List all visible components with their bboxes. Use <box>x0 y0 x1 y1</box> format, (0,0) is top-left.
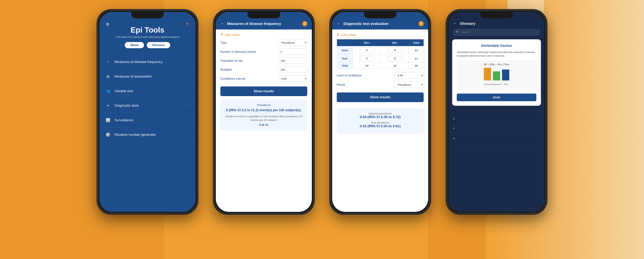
cell-total-total: 24 <box>409 63 424 69</box>
help-icon-phone2[interactable]: ? <box>302 21 307 26</box>
input-test-minus-dis-minus[interactable] <box>388 56 402 61</box>
menu-label-surveillance: Surveillance <box>114 118 190 122</box>
diagnostic-icon: ✏ <box>105 102 111 109</box>
phone-3: ← Diagnostic test evaluation ? 🗑 Clear v… <box>329 9 431 215</box>
glossary-item-f[interactable] <box>448 131 544 135</box>
input-test-plus-dis-plus[interactable] <box>360 48 374 53</box>
clear-values-btn[interactable]: 🗑 Clear values <box>220 33 307 36</box>
cell-test-plus-dis-minus <box>381 46 409 54</box>
formula-text: AF = (Pe+ - Pe-) / Pe+ <box>460 63 534 66</box>
diagnostic-results: Apparent prevalence 0.54 (95% CI 0.35 to… <box>337 108 424 134</box>
section-e: E <box>448 116 544 121</box>
table-row-total: Total 10 14 24 <box>337 63 424 69</box>
cell-total-dis-plus: 10 <box>353 63 381 69</box>
back-button-phone3[interactable]: ← <box>337 21 341 26</box>
confidence-row: Confidence interval 0.95 <box>220 75 307 82</box>
search-bar[interactable]: 🔍 <box>453 29 540 36</box>
population-label: Population at risk <box>220 59 276 62</box>
label-exposure-plus: Exposure+ <box>484 83 491 85</box>
app-title: Epi Tools <box>105 26 190 34</box>
events-input[interactable] <box>278 49 307 55</box>
cell-total-dis-minus: 14 <box>381 63 409 69</box>
help-icon-phone3[interactable]: ? <box>418 21 424 26</box>
table-row-test-minus: Test- 11 <box>337 54 424 63</box>
menu-label-association: Measures of association <box>114 74 189 78</box>
phone2-content: 🗑 Clear values Type Prevalence Number of… <box>216 30 312 133</box>
col-header-empty <box>337 39 353 46</box>
phone1-notch <box>131 12 164 18</box>
population-input[interactable] <box>278 58 307 64</box>
result-type-label: Result <box>337 83 393 86</box>
input-test-minus-dis-plus[interactable] <box>360 56 374 61</box>
result-type-select[interactable]: Prevalence <box>394 81 424 88</box>
menu-item-surveillance[interactable]: 📊 Surveillance <box>100 113 196 127</box>
bar-exposure-minus <box>493 71 500 80</box>
results-range: 2 to 11 <box>224 123 304 126</box>
app-subtitle: Calculator for medical and veterinary ep… <box>105 35 190 38</box>
clear-icon: 🗑 <box>220 33 223 36</box>
clear-label: Clear values <box>225 33 240 36</box>
modal-close-button[interactable]: close <box>457 94 536 101</box>
phone2-notch <box>248 12 280 18</box>
input-test-plus-dis-minus[interactable] <box>388 48 402 53</box>
bar-exposure-plus <box>484 68 491 80</box>
modal-description: Attributable fraction (aetiologic fracti… <box>457 50 536 58</box>
glossary-button[interactable]: Glossary <box>147 42 170 48</box>
type-select[interactable]: Prevalence <box>278 39 307 46</box>
confidence-label: Confidence interval <box>220 77 276 80</box>
col-header-dis-plus: Dis+ <box>353 39 381 46</box>
show-results-button-phone2[interactable]: Show results <box>220 86 307 96</box>
help-icon-phone1[interactable]: ? <box>184 22 190 28</box>
multiplier-label: Multiplier <box>220 68 276 71</box>
phones-row: ⚙ ? Epi Tools Calculator for medical and… <box>0 9 644 215</box>
multiplier-row: Multiplier <box>220 66 307 73</box>
menu-item-random[interactable]: 🎲 Random number generator <box>100 127 196 142</box>
chart-labels: Exposure+ Exposure- Total <box>460 83 534 85</box>
row-label-test-plus: Test+ <box>337 46 353 54</box>
header-buttons: About Glossary <box>105 42 190 48</box>
phone-2: ← Measures of disease frequency ? 🗑 Clea… <box>213 9 315 215</box>
settings-icon[interactable]: ⚙ <box>105 22 110 28</box>
multiplier-input[interactable] <box>278 66 307 73</box>
cell-test-minus-dis-plus <box>353 54 381 63</box>
cell-test-minus-dis-minus <box>381 54 409 63</box>
menu-label-diagnostic: Diagnostic tests <box>114 104 189 108</box>
menu-item-disease-frequency[interactable]: ○ Measures of disease frequency <box>100 55 196 69</box>
confidence-select-phone3[interactable]: 0.95 <box>394 72 424 79</box>
confidence-select[interactable]: 0.95 <box>278 75 307 82</box>
clear-values-btn-phone3[interactable]: 🗑 Clear values <box>337 33 424 36</box>
events-row: Number of [disease] events <box>220 49 307 55</box>
about-button[interactable]: About <box>125 42 144 48</box>
formula-display: AF = (Pe+ - Pe-) / Pe+ Exposure+ Exposur… <box>457 60 536 91</box>
arrow-association: › <box>189 74 190 78</box>
arrow-sample-size: › <box>189 89 190 93</box>
results-section-phone2: Prevalence 5 (95% CI 2.2 to 11.2) event(… <box>220 100 307 130</box>
back-button-phone4[interactable]: ← <box>453 21 457 26</box>
bar-total <box>502 70 509 80</box>
glossary-item-e[interactable] <box>448 121 544 126</box>
menu-label-random: Random number generator <box>114 133 190 137</box>
row-label-total: Total <box>337 63 353 69</box>
phone4-notch <box>480 12 513 18</box>
row-label-test-minus: Test- <box>337 54 353 63</box>
clear-label-phone3: Clear values <box>341 33 356 36</box>
disease-frequency-icon: ○ <box>105 59 111 65</box>
random-icon: 🎲 <box>105 131 111 138</box>
search-icon: 🔍 <box>456 30 460 34</box>
modal-title: Attributable fraction <box>457 44 536 48</box>
back-button-phone2[interactable]: ← <box>220 21 224 26</box>
menu-item-sample-size[interactable]: 👥 Sample size › <box>100 84 196 98</box>
show-results-button-phone3[interactable]: Show results <box>337 92 424 102</box>
glossary-title: Glossary <box>460 22 476 26</box>
apparent-prevalence-value: 0.54 (95% CI 0.35 to 0.72) <box>340 115 420 119</box>
glossary-item-g[interactable] <box>448 141 544 145</box>
menu-item-diagnostic[interactable]: ✏ Diagnostic tests › <box>100 98 196 113</box>
search-input[interactable] <box>461 31 537 34</box>
confidence-label-phone3: Level of confidence <box>337 74 393 77</box>
table-row-test-plus: Test+ 13 <box>337 46 424 54</box>
menu-item-association[interactable]: ⊞ Measures of association › <box>100 69 196 84</box>
confidence-row-phone3: Level of confidence 0.95 <box>337 72 424 79</box>
apparent-prevalence-row: Apparent prevalence 0.54 (95% CI 0.35 to… <box>340 112 420 119</box>
true-prevalence-label: True prevalence <box>340 121 420 124</box>
glossary-modal: Attributable fraction Attributable fract… <box>452 39 541 106</box>
